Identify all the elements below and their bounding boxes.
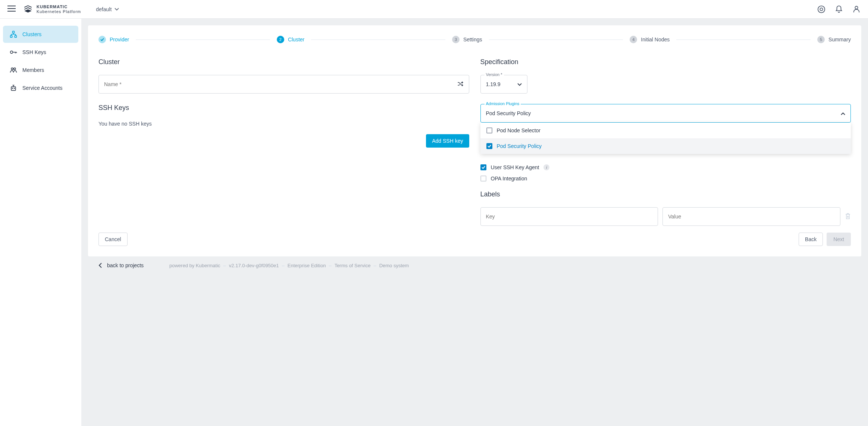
admission-value: Pod Security Policy [486,110,841,116]
admission-plugins-field[interactable]: Admission Plugins Pod Security Policy [480,104,851,123]
wizard-stepper: Provider 2 Cluster 3 Settings 4 Initial … [98,36,851,43]
checkbox-checked-icon [480,164,486,170]
section-sshkeys-title: SSH Keys [98,104,469,112]
version-text: v2.17.0-dev-g0f0950e1 [229,263,279,268]
svg-point-6 [10,51,13,54]
project-selector[interactable]: default [96,6,119,12]
clusters-icon [10,31,17,38]
logo[interactable]: KUBERMATIC Kubernetes Platform [23,4,81,14]
checkbox-checked-icon [486,143,492,149]
chevron-up-icon[interactable] [841,110,845,116]
svg-point-7 [11,68,13,70]
menu-icon[interactable] [7,6,16,13]
sidebar-item-members[interactable]: Members [3,61,78,79]
version-label: Version * [485,72,504,77]
svg-rect-4 [10,35,12,37]
user-icon[interactable] [852,5,861,13]
members-icon [10,66,17,74]
sidebar: Clusters SSH Keys Members Service Accoun… [0,19,81,426]
project-name: default [96,6,112,12]
sidebar-item-sshkeys[interactable]: SSH Keys [3,44,78,61]
sidebar-item-label: SSH Keys [22,49,46,55]
shuffle-icon[interactable] [457,81,464,88]
option-label: Pod Security Policy [497,143,542,149]
chevron-down-icon [115,8,119,11]
admission-dropdown-panel: Pod Node Selector Pod Security Policy [480,123,851,154]
step-summary[interactable]: 5 Summary [817,36,851,43]
label-key-input[interactable] [486,214,653,220]
key-icon [10,48,17,56]
chevron-left-icon [98,263,102,268]
cluster-name-field[interactable] [98,75,469,94]
svg-point-0 [818,6,825,12]
admission-label: Admission Plugins [485,101,521,106]
ssh-agent-label: User SSH Key Agent [491,164,539,170]
kubermatic-logo-icon [23,4,33,14]
logo-text: KUBERMATIC Kubernetes Platform [37,4,81,14]
svg-point-2 [855,6,858,9]
powered-by: powered by Kubermatic [169,263,220,268]
step-settings[interactable]: 3 Settings [452,36,482,43]
svg-point-11 [14,88,15,89]
cancel-button[interactable]: Cancel [98,233,128,246]
checkbox-unchecked-icon [480,176,486,182]
sidebar-item-clusters[interactable]: Clusters [3,26,78,43]
admission-option-pod-security-policy[interactable]: Pod Security Policy [480,138,851,154]
admission-option-pod-node-selector[interactable]: Pod Node Selector [480,123,851,138]
demo-text: Demo system [379,263,409,268]
section-cluster-title: Cluster [98,58,469,66]
option-label: Pod Node Selector [497,127,541,133]
opa-row[interactable]: OPA Integration [480,176,851,182]
version-field[interactable]: Version * 1.19.9 [480,75,527,94]
wizard-card: Provider 2 Cluster 3 Settings 4 Initial … [88,25,861,256]
sidebar-item-label: Members [22,67,44,73]
top-header: KUBERMATIC Kubernetes Platform default [0,0,868,19]
svg-point-10 [12,88,13,89]
section-labels-title: Labels [480,190,851,198]
tos-link[interactable]: Terms of Service [335,263,371,268]
info-icon[interactable]: i [543,164,549,170]
svg-point-1 [820,8,822,10]
sidebar-item-label: Service Accounts [22,85,62,91]
robot-icon [10,84,17,92]
checkbox-unchecked-icon [486,127,492,133]
step-provider[interactable]: Provider [98,36,129,43]
step-initial-nodes[interactable]: 4 Initial Nodes [630,36,670,43]
label-value-field[interactable] [662,207,840,226]
svg-point-8 [14,68,16,70]
opa-label: OPA Integration [491,176,527,182]
step-cluster[interactable]: 2 Cluster [277,36,304,43]
svg-rect-3 [13,31,15,33]
help-icon[interactable] [817,5,825,13]
sidebar-item-service-accounts[interactable]: Service Accounts [3,79,78,97]
svg-rect-9 [11,87,16,91]
add-ssh-key-button[interactable]: Add SSH key [426,134,469,148]
section-spec-title: Specification [480,58,851,66]
bottom-bar: back to projects powered by Kubermatic –… [88,256,861,274]
back-button[interactable]: Back [799,233,823,246]
edition-text: Enterprise Edition [288,263,326,268]
sidebar-item-label: Clusters [22,31,41,37]
bell-icon[interactable] [835,5,843,13]
trash-icon[interactable] [845,213,851,221]
version-value: 1.19.9 [486,81,517,87]
next-button: Next [827,233,851,246]
ssh-agent-row[interactable]: User SSH Key Agent i [480,164,851,170]
chevron-down-icon[interactable] [517,81,522,87]
check-icon [100,38,104,41]
ssh-empty-message: You have no SSH keys [98,121,469,127]
label-key-field[interactable] [480,207,658,226]
svg-rect-5 [15,35,16,37]
label-value-input[interactable] [668,214,835,220]
back-to-projects-link[interactable]: back to projects [98,262,169,268]
cluster-name-input[interactable] [104,81,457,87]
